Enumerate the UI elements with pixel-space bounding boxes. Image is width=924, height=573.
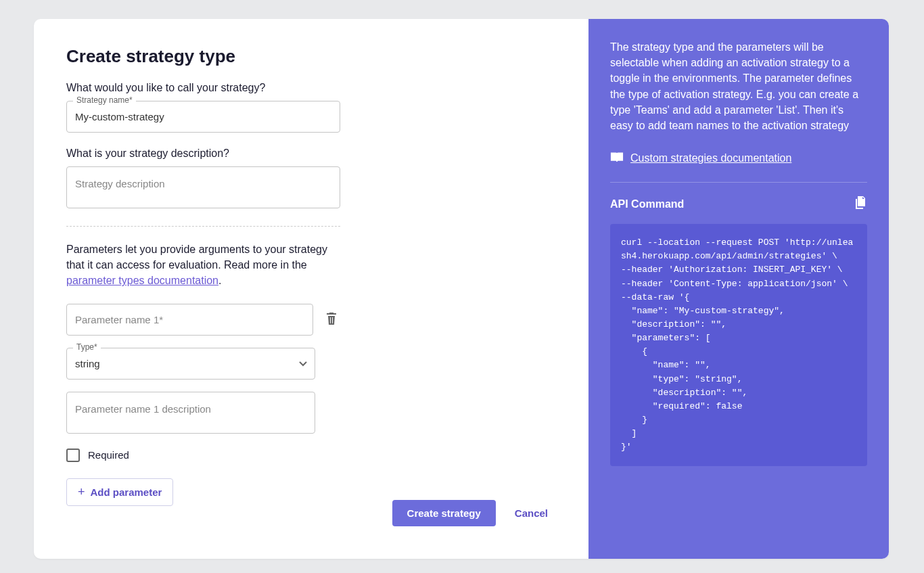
- help-panel: The strategy type and the parameters wil…: [588, 19, 889, 559]
- parameter-description-input[interactable]: [66, 392, 315, 434]
- params-intro: Parameters let you provide arguments to …: [66, 242, 330, 289]
- param-name-wrap: [66, 304, 313, 336]
- param-desc-wrap: [66, 392, 315, 436]
- type-select-wrap: Type* string: [66, 348, 315, 380]
- section-divider: [66, 226, 340, 227]
- action-buttons: Create strategy Cancel: [392, 500, 548, 526]
- add-parameter-button[interactable]: + Add parameter: [66, 478, 173, 506]
- parameter-type-select[interactable]: string: [66, 348, 315, 380]
- api-header: API Command: [610, 196, 867, 212]
- required-row: Required: [66, 449, 340, 462]
- strategy-name-input[interactable]: [66, 101, 340, 133]
- desc-question: What is your strategy description?: [66, 147, 340, 160]
- add-parameter-label: Add parameter: [91, 486, 162, 498]
- trash-icon: [325, 312, 338, 325]
- book-icon: [610, 151, 624, 166]
- create-strategy-button[interactable]: Create strategy: [392, 500, 496, 526]
- help-description: The strategy type and the parameters wil…: [610, 39, 867, 133]
- name-input-wrap: Strategy name*: [66, 101, 340, 133]
- strategy-form-card: Create strategy type What would you like…: [34, 19, 889, 559]
- api-code-block: curl --location --request POST 'http://u…: [610, 224, 867, 466]
- copy-api-button[interactable]: [855, 196, 867, 212]
- parameter-types-doc-link[interactable]: parameter types documentation: [66, 275, 218, 286]
- required-checkbox[interactable]: [66, 449, 80, 462]
- page-title: Create strategy type: [66, 46, 556, 67]
- custom-strategies-doc-link[interactable]: Custom strategies documentation: [630, 152, 791, 164]
- params-intro-b: .: [218, 275, 221, 286]
- name-floating-label: Strategy name*: [73, 95, 136, 105]
- parameter-name-input[interactable]: [66, 304, 313, 336]
- right-separator: [610, 182, 867, 183]
- type-floating-label: Type*: [73, 342, 101, 352]
- required-label: Required: [88, 449, 129, 461]
- cancel-button[interactable]: Cancel: [515, 507, 548, 519]
- name-section: What would you like to call your strateg…: [66, 82, 340, 506]
- plus-icon: +: [78, 485, 85, 499]
- doc-link-row: Custom strategies documentation: [610, 151, 867, 166]
- api-command-title: API Command: [610, 198, 684, 210]
- strategy-description-input[interactable]: [66, 166, 340, 208]
- form-panel: Create strategy type What would you like…: [34, 19, 588, 559]
- desc-input-wrap: [66, 166, 340, 211]
- params-intro-a: Parameters let you provide arguments to …: [66, 244, 327, 271]
- name-question: What would you like to call your strateg…: [66, 82, 340, 94]
- delete-parameter-button[interactable]: [323, 309, 340, 330]
- copy-icon: [855, 196, 867, 210]
- parameter-name-row: [66, 304, 340, 336]
